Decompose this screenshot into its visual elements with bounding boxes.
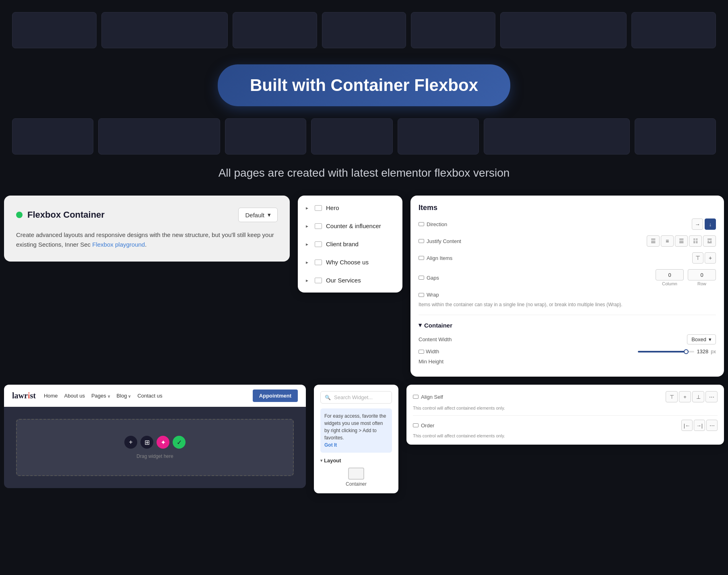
- flexbox-description: Create advanced layouts and responsive d…: [16, 230, 278, 249]
- nav-list-panel: Hero Counter & influencer Client brand W…: [298, 196, 402, 293]
- monitor-icon-order: [413, 423, 419, 427]
- nav-item-services[interactable]: Our Services: [298, 271, 402, 289]
- flexbox-panel-title: Flexbox Container: [27, 210, 233, 220]
- align-self-label: Align Self: [413, 394, 443, 400]
- search-icon: 🔍: [325, 395, 331, 400]
- content-width-row: Content Width Boxed ▾: [419, 334, 716, 344]
- drag-widget-area[interactable]: + ⊞ ✦ ✓ Drag widget here: [16, 419, 294, 476]
- row-gap-label: Row: [697, 281, 706, 286]
- logo-dot: i: [28, 391, 30, 400]
- align-btn-1[interactable]: ⊤: [692, 252, 703, 264]
- thumbnail-grid-row1: [0, 0, 728, 52]
- align-item-buttons: ⊤ +: [692, 252, 716, 264]
- align-btn-2[interactable]: +: [705, 252, 716, 264]
- justify-buttons: ☰ ≡ ☰ ☷ ☲: [647, 235, 716, 247]
- appointment-button[interactable]: Appointment: [253, 390, 298, 402]
- monitor-icon-width: [419, 350, 424, 354]
- slider-thumb: [684, 349, 689, 354]
- width-slider[interactable]: [638, 351, 694, 352]
- width-row: Width 1328 px: [419, 348, 716, 354]
- thumb-r2-7: [635, 118, 716, 155]
- nav-icon-why: [315, 260, 322, 265]
- direction-control: Direction → ↓: [419, 218, 716, 230]
- wrap-description: Items within the container can stay in a…: [419, 301, 716, 308]
- justify-content-control: Justify Content ☰ ≡ ☰ ☷ ☲: [419, 235, 716, 247]
- nav-item-hero[interactable]: Hero: [298, 199, 402, 217]
- gaps-label: Gaps: [419, 275, 439, 281]
- thumb-1: [12, 12, 97, 48]
- justify-btn-4[interactable]: ☷: [689, 235, 702, 247]
- nav-link-contact[interactable]: Contact us: [137, 393, 162, 399]
- thumb-r2-3: [225, 118, 306, 155]
- width-value: 1328: [697, 348, 708, 354]
- align-self-btn-3[interactable]: ⊥: [692, 391, 704, 402]
- default-dropdown[interactable]: Default ▾: [238, 208, 278, 222]
- order-controls: |← →| ⋯: [681, 420, 718, 431]
- chevron-down-icon-2: ▾: [709, 336, 712, 342]
- row-gap-input[interactable]: [688, 269, 716, 280]
- content-width-dropdown[interactable]: Boxed ▾: [687, 334, 716, 344]
- nav-item-counter[interactable]: Counter & influencer: [298, 217, 402, 235]
- nav-link-home[interactable]: Home: [44, 393, 58, 399]
- bottom-section: lawrist Home About us Pages Blog Contact…: [0, 377, 728, 493]
- justify-label: Justify Content: [419, 238, 461, 244]
- thumb-r2-5: [398, 118, 479, 155]
- align-self-note: This control will affect contained eleme…: [413, 406, 718, 410]
- banner-title: Built with Container Flexbox: [250, 76, 478, 95]
- min-height-row: Min Height: [419, 359, 716, 365]
- justify-btn-3[interactable]: ☰: [675, 235, 688, 247]
- nav-label-counter: Counter & influencer: [326, 223, 394, 229]
- align-items-label: Align Items: [419, 255, 452, 261]
- align-self-btn-2[interactable]: +: [679, 391, 691, 402]
- thumb-6: [500, 12, 627, 48]
- nav-link-pages[interactable]: Pages: [91, 393, 110, 399]
- flexbox-playground-link[interactable]: Flexbox playground: [92, 241, 145, 248]
- justify-btn-1[interactable]: ☰: [647, 235, 660, 247]
- direction-btn-down[interactable]: ↓: [705, 218, 716, 230]
- order-more[interactable]: ⋯: [706, 420, 718, 431]
- align-self-controls: ⊤ + ⊥ ⋯: [666, 391, 718, 402]
- site-navigation: lawrist Home About us Pages Blog Contact…: [4, 385, 306, 407]
- nav-icon-counter: [315, 223, 322, 229]
- thumb-4: [322, 12, 406, 48]
- add-widget-button[interactable]: +: [124, 436, 137, 449]
- content-width-label: Content Width: [419, 336, 452, 342]
- move-widget-button[interactable]: ⊞: [140, 436, 153, 449]
- nav-arrow-why: [306, 260, 311, 265]
- monitor-icon-direction: [419, 222, 424, 226]
- content-width-value: Boxed: [691, 336, 706, 342]
- thumb-7: [631, 12, 716, 48]
- direction-btn-right[interactable]: →: [692, 218, 703, 230]
- thumb-2: [101, 12, 228, 48]
- nav-link-about[interactable]: About us: [64, 393, 85, 399]
- justify-btn-2[interactable]: ≡: [661, 235, 674, 247]
- nav-label-why: Why Choose us: [326, 259, 394, 266]
- wrap-label: Wrap: [419, 292, 439, 298]
- align-self-btn-4[interactable]: ⋯: [705, 391, 718, 402]
- got-it-link[interactable]: Got It: [324, 442, 337, 448]
- align-items-control: Align Items ⊤ +: [419, 252, 716, 264]
- divider-1: [413, 415, 718, 416]
- search-widget-placeholder: Search Widget...: [334, 394, 373, 400]
- flexbox-container-panel: Flexbox Container Default ▾ Create advan…: [4, 196, 290, 262]
- active-indicator: [16, 212, 23, 218]
- order-btn-1[interactable]: |←: [681, 420, 693, 431]
- slider-fill: [638, 351, 689, 352]
- justify-btn-5[interactable]: ☲: [703, 235, 716, 247]
- align-self-row: Align Self ⊤ + ⊥ ⋯: [413, 391, 718, 402]
- order-label: Order: [413, 422, 434, 429]
- column-gap-input[interactable]: [656, 269, 684, 280]
- nav-link-blog[interactable]: Blog: [117, 393, 131, 399]
- subtitle-section: All pages are created with latest elemen…: [0, 159, 728, 196]
- nav-item-why[interactable]: Why Choose us: [298, 253, 402, 271]
- align-self-btn-1[interactable]: ⊤: [666, 391, 678, 402]
- widget-option-pink[interactable]: ✦: [157, 436, 169, 449]
- order-btn-2[interactable]: →|: [694, 420, 705, 431]
- favorites-tip-text: For easy access, favorite the widgets yo…: [324, 413, 386, 441]
- widget-option-green[interactable]: ✓: [173, 436, 186, 449]
- nav-item-client[interactable]: Client brand: [298, 235, 402, 253]
- search-widget-row: 🔍 Search Widget...: [320, 391, 392, 404]
- nav-icon-hero: [315, 205, 322, 211]
- thumb-r2-1: [12, 118, 93, 155]
- items-panel: Items Direction → ↓ Justify Content ☰ ≡ …: [410, 196, 724, 377]
